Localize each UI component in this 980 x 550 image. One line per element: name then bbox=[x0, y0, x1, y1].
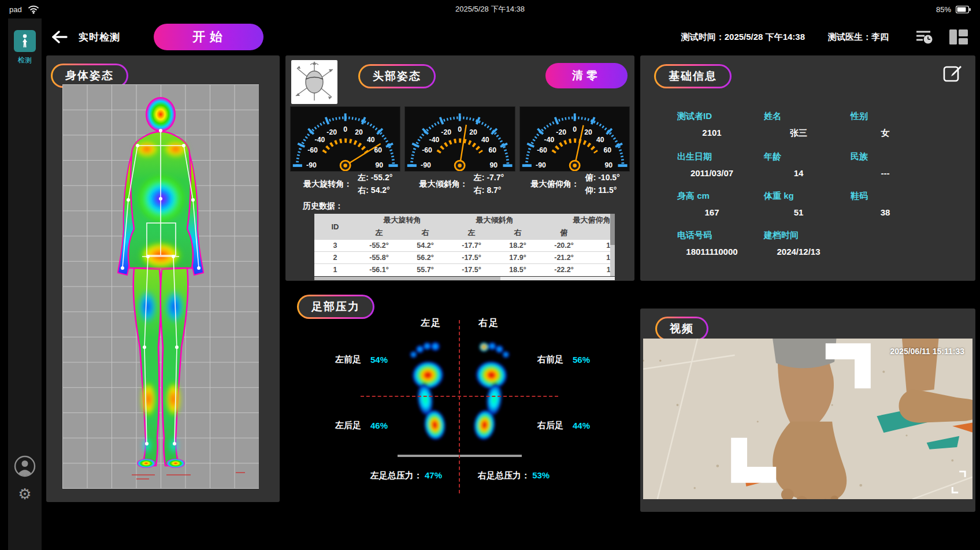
metric-label: 左前足 bbox=[335, 354, 361, 365]
svg-text:0: 0 bbox=[458, 125, 462, 133]
stat-tilt-label: 最大倾斜角： bbox=[420, 179, 468, 189]
metric-right-forefoot: 右前足 56% bbox=[537, 354, 590, 365]
status-datetime: 2025/5/28 下午14:38 bbox=[0, 4, 980, 14]
table-horizontal-scrollbar[interactable] bbox=[314, 277, 615, 280]
person-icon bbox=[18, 34, 31, 49]
status-bar: pad 2025/5/28 下午14:38 85% bbox=[0, 0, 980, 18]
crosshair-horizontal bbox=[361, 396, 558, 397]
metric-label: 左后足 bbox=[335, 420, 361, 431]
edit-icon[interactable] bbox=[943, 64, 963, 83]
svg-text:20: 20 bbox=[470, 128, 478, 136]
basic-info-fields: 测试者ID2101 姓名张三 性别女 出生日期2011/03/07 bbox=[677, 111, 958, 257]
head-posture-title: 头部姿态 bbox=[358, 64, 436, 88]
svg-text:-60: -60 bbox=[537, 146, 547, 154]
back-button[interactable] bbox=[51, 30, 68, 44]
metric-value: 46% bbox=[370, 421, 388, 430]
svg-text:-20: -20 bbox=[326, 128, 337, 136]
svg-text:40: 40 bbox=[367, 136, 375, 144]
total-value: 53% bbox=[532, 470, 550, 480]
svg-text:-20: -20 bbox=[556, 128, 566, 136]
gear-icon[interactable]: ⚙ bbox=[18, 486, 31, 501]
col-down: 俯 bbox=[541, 226, 587, 240]
sidebar-item-detect-label: 检测 bbox=[18, 55, 32, 65]
sidebar-item-detect[interactable] bbox=[14, 30, 36, 52]
page-title: 实时检测 bbox=[79, 31, 120, 44]
stat-tilt-right: 右: 8.7° bbox=[474, 185, 504, 196]
svg-text:40: 40 bbox=[481, 136, 489, 144]
table-vertical-scrollbar[interactable] bbox=[610, 214, 615, 276]
test-time-value: 2025/5/28 下午14:38 bbox=[725, 32, 805, 42]
svg-text:-20: -20 bbox=[441, 128, 452, 136]
svg-text:20: 20 bbox=[355, 128, 363, 136]
gauge-stats: 最大旋转角： 左: -55.2° 右: 54.2° 最大倾斜角： 左: -7.7… bbox=[291, 173, 632, 196]
head-axes-diagram bbox=[291, 60, 337, 104]
col-group-pitch: 最大俯仰角 bbox=[541, 214, 615, 226]
history-table: ID 最大旋转角 最大倾斜角 最大俯仰角 左 右 左 右 bbox=[314, 214, 615, 276]
layout-grid-icon[interactable] bbox=[949, 29, 968, 45]
basic-info-panel: 基础信息 测试者ID2101 姓名张三 bbox=[640, 55, 975, 281]
doctor-label: 测试医生： bbox=[828, 32, 871, 42]
metric-left-rearfoot: 左后足 46% bbox=[335, 420, 388, 431]
total-value: 47% bbox=[425, 470, 442, 480]
history-label: 历史数据： bbox=[303, 201, 343, 211]
stat-rotation-left: 左: -55.2° bbox=[358, 173, 392, 183]
total-right-pressure: 右足总压力： 53% bbox=[478, 470, 550, 481]
field-record-date: 建档时间2024/12/13 bbox=[764, 230, 851, 257]
metric-label: 右前足 bbox=[537, 354, 563, 365]
table-row: 2-55.8°56.2°-17.5°17.9°-21.2°12.1° bbox=[314, 252, 615, 264]
svg-text:-90: -90 bbox=[421, 161, 431, 169]
table-row: 3-55.2°54.2°-17.7°18.2°-20.2°10.5° bbox=[314, 240, 615, 252]
svg-text:20: 20 bbox=[584, 128, 592, 136]
screen: pad 2025/5/28 下午14:38 85% bbox=[0, 0, 980, 550]
svg-text:-60: -60 bbox=[307, 146, 318, 154]
col-id: ID bbox=[314, 214, 356, 240]
stat-rotation-label: 最大旋转角： bbox=[303, 179, 352, 189]
crosshair-vertical bbox=[459, 320, 460, 493]
gauge-tilt: -90-60-40-20020406090 bbox=[404, 106, 515, 172]
field-age: 年龄14 bbox=[764, 151, 851, 178]
stat-pitch-up: 仰: 11.5° bbox=[585, 185, 620, 196]
svg-text:60: 60 bbox=[489, 146, 497, 154]
svg-text:60: 60 bbox=[374, 146, 382, 154]
col-group-rotation: 最大旋转角 bbox=[356, 214, 448, 226]
body-thermal-figure bbox=[62, 84, 259, 489]
svg-text:0: 0 bbox=[573, 125, 577, 133]
stat-pitch-down: 俯: -10.5° bbox=[585, 173, 620, 183]
gauge-pitch: -90-60-40-20020406090 bbox=[519, 106, 630, 172]
stat-rotation-right: 右: 54.2° bbox=[358, 185, 392, 196]
col-left1: 左 bbox=[356, 226, 402, 240]
stat-pitch: 最大俯仰角： 俯: -10.5° 仰: 11.5° bbox=[518, 173, 632, 196]
metric-label: 右后足 bbox=[537, 420, 563, 431]
svg-text:-90: -90 bbox=[306, 161, 317, 169]
header: 实时检测 开始 测试时间：2025/5/28 下午14:38 测试医生：李四 bbox=[42, 18, 980, 55]
field-weight: 体重 kg51 bbox=[764, 191, 851, 217]
svg-text:90: 90 bbox=[490, 161, 498, 169]
svg-text:90: 90 bbox=[604, 161, 612, 169]
col-right2: 右 bbox=[495, 226, 541, 240]
start-button[interactable]: 开始 bbox=[154, 24, 263, 50]
head-posture-panel: 头部姿态 清零 -90-60-40-20020406090 bbox=[285, 55, 634, 281]
metric-value: 56% bbox=[573, 355, 590, 365]
stat-tilt: 最大倾斜角： 左: -7.7° 右: 8.7° bbox=[405, 173, 519, 196]
metric-left-forefoot: 左前足 54% bbox=[335, 354, 388, 365]
field-height: 身高 cm167 bbox=[677, 191, 764, 217]
right-foot-label: 右足 bbox=[478, 317, 499, 329]
field-shoe-size: 鞋码38 bbox=[851, 191, 958, 217]
user-avatar-icon[interactable] bbox=[14, 455, 36, 477]
field-birthdate: 出生日期2011/03/07 bbox=[677, 151, 764, 178]
col-group-tilt: 最大倾斜角 bbox=[448, 214, 541, 226]
svg-text:0: 0 bbox=[343, 125, 347, 133]
field-gender: 性别女 bbox=[851, 111, 958, 139]
left-foot-label: 左足 bbox=[421, 317, 441, 329]
metric-right-rearfoot: 右后足 44% bbox=[537, 420, 590, 431]
svg-text:-60: -60 bbox=[422, 146, 432, 154]
gauge-rotation: -90-60-40-20020406090 bbox=[290, 106, 400, 172]
svg-text:-40: -40 bbox=[315, 136, 325, 144]
history-records-icon[interactable] bbox=[915, 29, 934, 45]
clear-button[interactable]: 清零 bbox=[545, 63, 628, 88]
fullscreen-button[interactable] bbox=[643, 339, 966, 493]
doctor: 测试医生：李四 bbox=[828, 32, 889, 43]
svg-text:-40: -40 bbox=[429, 136, 440, 144]
video-title: 视频 bbox=[655, 317, 708, 341]
metric-value: 44% bbox=[573, 421, 590, 430]
